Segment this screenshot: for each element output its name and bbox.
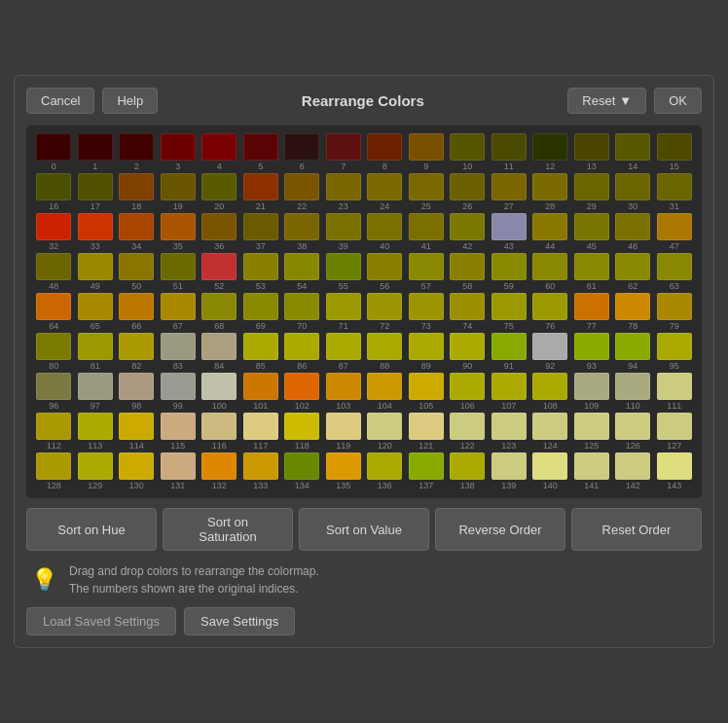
save-settings-button[interactable]: Save Settings xyxy=(184,607,295,635)
color-swatch[interactable] xyxy=(450,333,485,360)
color-cell[interactable]: 63 xyxy=(655,253,695,291)
color-cell[interactable]: 55 xyxy=(324,253,364,291)
color-cell[interactable]: 24 xyxy=(365,173,405,211)
color-cell[interactable]: 118 xyxy=(282,413,322,451)
color-swatch[interactable] xyxy=(326,253,361,280)
color-cell[interactable]: 14 xyxy=(613,133,653,171)
color-swatch[interactable] xyxy=(36,173,71,200)
color-cell[interactable]: 74 xyxy=(448,293,488,331)
color-cell[interactable]: 71 xyxy=(324,293,364,331)
reverse-order-button[interactable]: Reverse Order xyxy=(435,508,565,551)
color-swatch[interactable] xyxy=(326,173,361,200)
color-swatch[interactable] xyxy=(367,452,402,480)
color-swatch[interactable] xyxy=(326,293,361,320)
color-swatch[interactable] xyxy=(284,253,319,280)
color-cell[interactable]: 138 xyxy=(448,452,488,490)
color-cell[interactable]: 69 xyxy=(241,293,281,331)
color-cell[interactable]: 140 xyxy=(530,452,570,490)
color-swatch[interactable] xyxy=(161,173,196,200)
color-cell[interactable]: 81 xyxy=(76,333,116,371)
color-swatch[interactable] xyxy=(119,373,154,400)
color-cell[interactable]: 127 xyxy=(655,413,695,451)
color-swatch[interactable] xyxy=(284,293,319,320)
color-cell[interactable]: 25 xyxy=(407,173,447,211)
color-swatch[interactable] xyxy=(615,253,650,280)
color-swatch[interactable] xyxy=(78,213,113,240)
color-swatch[interactable] xyxy=(532,133,567,161)
color-swatch[interactable] xyxy=(574,173,609,200)
color-swatch[interactable] xyxy=(491,173,527,200)
color-cell[interactable]: 107 xyxy=(490,373,529,411)
color-swatch[interactable] xyxy=(657,173,692,200)
color-cell[interactable]: 47 xyxy=(655,213,695,251)
color-swatch[interactable] xyxy=(657,253,692,280)
color-swatch[interactable] xyxy=(491,333,527,360)
load-settings-button[interactable]: Load Saved Settings xyxy=(26,607,176,635)
color-swatch[interactable] xyxy=(450,173,485,200)
color-cell[interactable]: 80 xyxy=(34,333,74,371)
color-cell[interactable]: 48 xyxy=(34,253,74,291)
color-swatch[interactable] xyxy=(615,293,650,320)
color-swatch[interactable] xyxy=(161,373,196,400)
cancel-button[interactable]: Cancel xyxy=(26,88,94,114)
color-swatch[interactable] xyxy=(367,213,402,240)
color-swatch[interactable] xyxy=(161,452,196,480)
color-cell[interactable]: 96 xyxy=(34,373,74,411)
color-cell[interactable]: 39 xyxy=(324,213,364,251)
color-cell[interactable]: 111 xyxy=(655,373,695,411)
color-swatch[interactable] xyxy=(161,133,196,161)
color-swatch[interactable] xyxy=(326,413,361,440)
color-cell[interactable]: 33 xyxy=(76,213,116,251)
color-cell[interactable]: 12 xyxy=(530,133,570,171)
color-cell[interactable]: 20 xyxy=(200,173,239,211)
color-swatch[interactable] xyxy=(409,413,444,440)
color-cell[interactable]: 114 xyxy=(117,413,157,451)
color-swatch[interactable] xyxy=(36,213,71,240)
color-cell[interactable]: 120 xyxy=(365,413,405,451)
color-swatch[interactable] xyxy=(657,213,692,240)
color-swatch[interactable] xyxy=(532,173,567,200)
color-cell[interactable]: 50 xyxy=(117,253,157,291)
color-swatch[interactable] xyxy=(615,413,650,440)
color-cell[interactable]: 18 xyxy=(117,173,157,211)
color-swatch[interactable] xyxy=(78,293,113,320)
color-cell[interactable]: 21 xyxy=(241,173,281,211)
color-cell[interactable]: 61 xyxy=(572,253,612,291)
color-cell[interactable]: 59 xyxy=(490,253,529,291)
sort-value-button[interactable]: Sort on Value xyxy=(299,508,429,551)
color-swatch[interactable] xyxy=(243,333,278,360)
color-cell[interactable]: 130 xyxy=(117,452,157,490)
color-swatch[interactable] xyxy=(657,333,692,360)
color-cell[interactable]: 90 xyxy=(448,333,488,371)
color-swatch[interactable] xyxy=(78,133,113,161)
color-swatch[interactable] xyxy=(243,452,278,480)
color-swatch[interactable] xyxy=(243,173,278,200)
color-cell[interactable]: 134 xyxy=(282,452,322,490)
color-cell[interactable]: 88 xyxy=(365,333,405,371)
color-cell[interactable]: 3 xyxy=(159,133,199,171)
color-swatch[interactable] xyxy=(119,413,154,440)
color-swatch[interactable] xyxy=(284,213,319,240)
color-cell[interactable]: 76 xyxy=(530,293,570,331)
color-swatch[interactable] xyxy=(36,133,71,161)
color-cell[interactable]: 44 xyxy=(530,213,570,251)
color-swatch[interactable] xyxy=(201,293,237,320)
color-swatch[interactable] xyxy=(284,452,319,480)
color-cell[interactable]: 27 xyxy=(490,173,529,211)
color-swatch[interactable] xyxy=(491,293,527,320)
color-swatch[interactable] xyxy=(36,333,71,360)
color-cell[interactable]: 62 xyxy=(613,253,653,291)
color-cell[interactable]: 64 xyxy=(34,293,74,331)
color-cell[interactable]: 123 xyxy=(490,413,529,451)
color-cell[interactable]: 35 xyxy=(159,213,199,251)
color-swatch[interactable] xyxy=(409,133,444,161)
color-cell[interactable]: 79 xyxy=(655,293,695,331)
color-swatch[interactable] xyxy=(36,452,71,480)
color-swatch[interactable] xyxy=(78,173,113,200)
color-cell[interactable]: 91 xyxy=(490,333,529,371)
color-swatch[interactable] xyxy=(450,452,485,480)
color-swatch[interactable] xyxy=(574,333,609,360)
color-cell[interactable]: 141 xyxy=(572,452,612,490)
color-cell[interactable]: 31 xyxy=(655,173,695,211)
color-cell[interactable]: 30 xyxy=(613,173,653,211)
